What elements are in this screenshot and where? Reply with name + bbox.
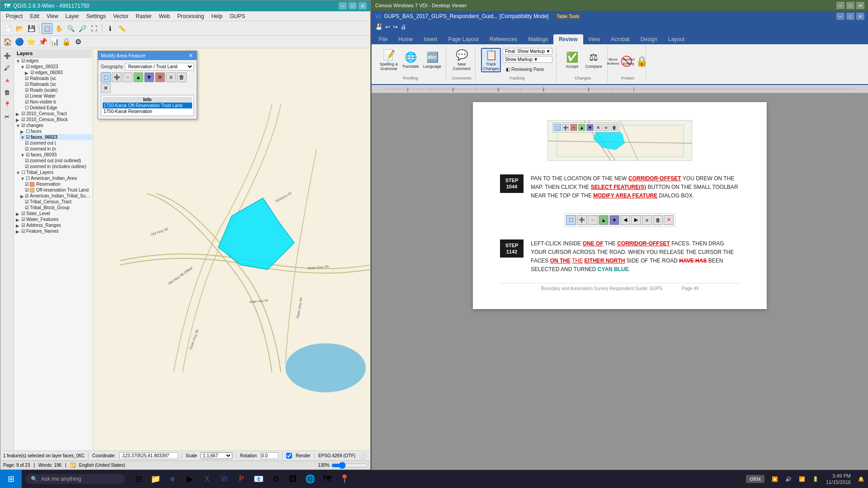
ppt-taskbar-icon[interactable]: P xyxy=(233,471,250,487)
menu-edit[interactable]: Edit xyxy=(26,12,43,20)
menu-project[interactable]: Project xyxy=(2,12,26,20)
menu-raster[interactable]: Raster xyxy=(132,12,155,20)
dialog-tool-green[interactable]: ▲ xyxy=(133,72,143,82)
info-item-1[interactable]: 1750-Karuk Off-Reservation Trust Land xyxy=(103,103,192,108)
qgis-map-canvas[interactable]: Old Hwy 96 State Hwy 96 Siskiyou Dr Stat… xyxy=(93,48,370,450)
toolbar-new-btn[interactable]: 📄 xyxy=(2,23,13,34)
layer-checkbox[interactable]: ☑ xyxy=(21,117,25,122)
layer-checkbox[interactable]: ☑ xyxy=(25,188,29,192)
dialog-tool-add[interactable]: ➕ xyxy=(112,72,122,82)
menu-settings[interactable]: Settings xyxy=(83,12,109,20)
layer-checkbox[interactable]: ☑ xyxy=(26,135,30,140)
layer-checkbox[interactable]: ☑ xyxy=(25,82,29,87)
tab-review[interactable]: Review xyxy=(553,34,583,44)
layer-checkbox[interactable]: ☑ xyxy=(30,70,34,75)
toolbar-gups-7[interactable]: ⚙ xyxy=(73,37,84,47)
vert-tool-5[interactable]: 📍 xyxy=(2,99,13,110)
vdi-minimize-btn[interactable]: ─ xyxy=(836,2,844,9)
mail-taskbar-icon[interactable]: 📧 xyxy=(250,471,267,487)
layer-checkbox[interactable]: ☑ xyxy=(21,111,25,116)
layer-non-visible[interactable]: ☑ Non-visible b xyxy=(24,99,92,105)
dialog-tool-blue[interactable]: ▼ xyxy=(144,72,154,82)
qa-undo-btn[interactable]: ↩ xyxy=(385,23,390,30)
info-item-2[interactable]: 1750-Karuk Reservation xyxy=(103,108,192,114)
toolbar-zoom-in-btn[interactable]: 🔍 xyxy=(65,23,76,34)
tab-file[interactable]: File xyxy=(373,34,393,44)
layer-zoomed-out-2[interactable]: ☑ zoomed out (not outlined) xyxy=(24,158,92,164)
toolbar-identify-btn[interactable]: ℹ xyxy=(104,23,115,34)
settings-taskbar-icon[interactable]: ⚙ xyxy=(268,471,284,487)
ie-taskbar-icon[interactable]: e xyxy=(165,471,181,487)
toolbar-zoom-full-btn[interactable]: ⛶ xyxy=(89,23,99,34)
toolbar-gups-1[interactable]: 🏠 xyxy=(2,37,13,47)
mini-btn-left[interactable]: ◀ xyxy=(620,215,630,225)
dialog-close-btn[interactable]: ✕ xyxy=(188,52,194,59)
file-explorer-taskbar-icon[interactable]: 📁 xyxy=(147,471,164,487)
layer-checkbox[interactable]: ☑ xyxy=(25,94,29,99)
layer-checkbox[interactable]: ☑ xyxy=(26,64,30,69)
mini-btn-green[interactable]: ▲ xyxy=(599,215,609,225)
qa-print-btn[interactable]: 🖨 xyxy=(401,23,406,30)
menu-gups[interactable]: GUPS xyxy=(226,12,249,20)
render-checkbox[interactable] xyxy=(286,453,292,459)
mini-btn-table[interactable]: ≡ xyxy=(642,215,652,225)
toolbar-gups-4[interactable]: 📌 xyxy=(38,37,48,47)
tab-insert[interactable]: Insert xyxy=(418,34,443,44)
rotation-input[interactable] xyxy=(260,452,278,459)
layer-railroads-2[interactable]: ☑ Railroads (sc xyxy=(24,81,92,87)
tab-view[interactable]: View xyxy=(583,34,606,44)
coordinate-input[interactable] xyxy=(119,452,178,459)
qgis-maximize-btn[interactable]: □ xyxy=(349,2,357,9)
layer-checkbox[interactable]: ☑ xyxy=(25,205,29,210)
layer-tribal-layers[interactable]: ▼ ☐ Tribal_Layers xyxy=(15,169,92,175)
tab-acrobat[interactable]: Acrobat xyxy=(605,34,635,44)
mini-btn-delete[interactable]: 🗑 xyxy=(653,215,663,225)
vdi-close-btn[interactable]: ✕ xyxy=(856,2,864,9)
mini-btn-blue[interactable]: ▼ xyxy=(609,215,619,225)
spelling-grammar-btn[interactable]: 📝 Spelling & Grammar xyxy=(379,48,399,72)
layer-linear-water[interactable]: ☑ Linear Water xyxy=(24,93,92,99)
reviewing-pane-btn[interactable]: ◧ Reviewing Pane xyxy=(503,64,552,74)
toolbar-open-btn[interactable]: 📂 xyxy=(14,23,25,34)
dialog-tool-close2[interactable]: ✕ xyxy=(101,83,111,93)
layer-checkbox[interactable]: ☑ xyxy=(21,123,25,128)
qgis-close-btn[interactable]: ✕ xyxy=(359,2,367,9)
qgis-minimize-btn[interactable]: ─ xyxy=(339,2,347,9)
toolbar-measure-btn[interactable]: 📏 xyxy=(116,23,127,34)
layer-checkbox[interactable]: ☑ xyxy=(21,217,25,222)
layer-water-features[interactable]: ▶ ☑ Water_Features xyxy=(15,216,92,222)
layer-checkbox[interactable]: ☑ xyxy=(25,158,29,163)
tab-home[interactable]: Home xyxy=(393,34,418,44)
menu-vector[interactable]: Vector xyxy=(109,12,132,20)
show-markup-dropdown[interactable]: Show Markup ▼ xyxy=(503,56,552,63)
layer-checkbox[interactable]: ☐ xyxy=(26,176,30,181)
layer-checkbox[interactable]: ☐ xyxy=(21,170,25,175)
layer-checkbox[interactable]: ☑ xyxy=(25,199,29,204)
layer-checkbox[interactable]: ☑ xyxy=(25,182,29,187)
layer-edges[interactable]: ▼ ☑ edges xyxy=(15,58,92,64)
layer-checkbox[interactable]: ☑ xyxy=(25,99,29,104)
qa-save-btn[interactable]: 💾 xyxy=(375,23,382,30)
menu-view[interactable]: View xyxy=(43,12,62,20)
word-taskbar-icon[interactable]: W xyxy=(216,471,232,487)
photos-taskbar-icon[interactable]: 🖼 xyxy=(285,471,301,487)
zoom-slider[interactable] xyxy=(331,462,368,469)
dialog-tool-table[interactable]: ≡ xyxy=(166,72,176,82)
toolbar-gups-5[interactable]: 📊 xyxy=(49,37,60,47)
layer-checkbox[interactable]: ☑ xyxy=(21,223,25,228)
vert-tool-4[interactable]: 🗑 xyxy=(2,87,13,98)
dialog-tool-select[interactable]: ⬚ xyxy=(101,72,111,82)
toolbar-save-btn[interactable]: 💾 xyxy=(26,23,37,34)
menu-layer[interactable]: Layer xyxy=(62,12,83,20)
layer-checkbox[interactable]: ☑ xyxy=(25,164,29,169)
layer-tribal-subdivision[interactable]: ▶ ☑ American_Indian_Tribal_Subdivision xyxy=(19,193,92,199)
translate-btn[interactable]: 🌐 Translate xyxy=(401,48,420,72)
layer-checkbox[interactable]: ☑ xyxy=(25,88,29,93)
tab-layout[interactable]: Layout xyxy=(663,34,690,44)
menu-web[interactable]: Web xyxy=(156,12,174,20)
restrict-editing-btn[interactable]: 🔒 Restrict Editing xyxy=(628,48,642,75)
start-button[interactable]: ⊞ xyxy=(0,470,22,488)
layer-zoomed-out-1[interactable]: ☑ zoomed out ( xyxy=(24,140,92,146)
menu-processing[interactable]: Processing xyxy=(174,12,208,20)
layer-checkbox[interactable]: ☐ xyxy=(26,129,30,134)
